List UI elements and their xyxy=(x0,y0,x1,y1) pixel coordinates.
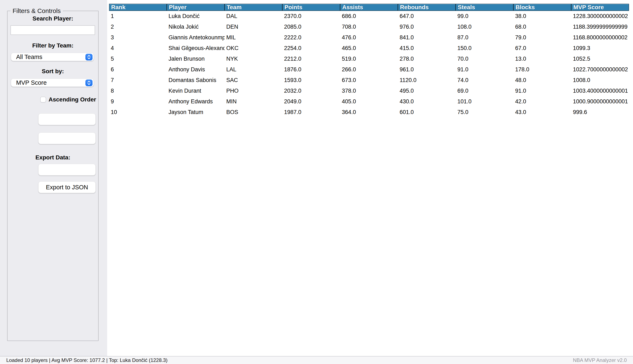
table-cell: 48.0 xyxy=(513,77,571,84)
table-cell: 70.0 xyxy=(456,56,513,62)
table-row[interactable]: 6Anthony DavisLAL1876.0266.0961.091.0178… xyxy=(109,64,629,75)
table-cell: 5 xyxy=(109,56,167,62)
table-cell: 1120.0 xyxy=(398,77,456,84)
table-cell: MIL xyxy=(225,34,282,41)
table-cell: 91.0 xyxy=(513,88,571,94)
table-cell: 9 xyxy=(109,98,167,105)
table-cell: OKC xyxy=(225,45,282,52)
column-header[interactable]: Player xyxy=(167,4,225,11)
table-cell: 10 xyxy=(109,109,167,116)
table-cell: Luka Dončić xyxy=(167,13,225,20)
table-cell: Giannis Antetokounmpo xyxy=(167,34,225,41)
filter-by-team-label: Filter by Team: xyxy=(7,42,99,49)
table-cell: LAL xyxy=(225,66,282,73)
table-cell: 7 xyxy=(109,77,167,84)
table-cell: 6 xyxy=(109,66,167,73)
table-cell: Jalen Brunson xyxy=(167,56,225,62)
sort-by-combobox[interactable]: MVP Score xyxy=(11,78,94,87)
table-cell: 4 xyxy=(109,45,167,52)
app-version-label: NBA MVP Analyzer v2.0 xyxy=(573,357,627,363)
table-cell: 2 xyxy=(109,24,167,30)
table-cell: 1000.9000000000001 xyxy=(571,98,629,105)
players-table: RankPlayerTeamPointsAssistsReboundsSteal… xyxy=(109,4,629,118)
team-filter-combobox[interactable]: All Teams xyxy=(11,53,94,61)
export-data-label: Export Data: xyxy=(7,154,99,161)
column-header[interactable]: Points xyxy=(282,4,340,11)
table-cell: 1008.0 xyxy=(571,77,629,84)
table-cell: NYK xyxy=(225,56,282,62)
table-row[interactable]: 9Anthony EdwardsMIN2049.0405.0430.0101.0… xyxy=(109,96,629,107)
table-cell: 1099.3 xyxy=(571,45,629,52)
team-filter-value: All Teams xyxy=(16,54,42,60)
table-cell: 74.0 xyxy=(456,77,513,84)
table-cell: 1003.4000000000001 xyxy=(571,88,629,94)
table-cell: 405.0 xyxy=(340,98,398,105)
table-cell: 673.0 xyxy=(340,77,398,84)
table-cell: 1593.0 xyxy=(282,77,340,84)
status-text: Loaded 10 players | Avg MVP Score: 1077.… xyxy=(6,357,168,363)
table-cell: 1228.3000000000002 xyxy=(571,13,629,20)
table-cell: 150.0 xyxy=(456,45,513,52)
ascending-order-checkbox[interactable] xyxy=(40,97,46,102)
table-body: 1Luka DončićDAL2370.0686.0647.099.038.01… xyxy=(109,11,629,118)
table-cell: Anthony Edwards xyxy=(167,98,225,105)
table-cell: 1876.0 xyxy=(282,66,340,73)
column-header[interactable]: Steals xyxy=(456,4,513,11)
search-player-input[interactable] xyxy=(11,25,95,35)
sort-by-label: Sort by: xyxy=(7,68,99,75)
sort-by-value: MVP Score xyxy=(16,79,47,86)
column-header[interactable]: Blocks xyxy=(513,4,571,11)
column-header[interactable]: Team xyxy=(225,4,282,11)
table-cell: 1188.3999999999999 xyxy=(571,24,629,30)
table-cell: PHO xyxy=(225,88,282,94)
combobox-stepper-icon[interactable] xyxy=(85,80,93,86)
table-cell: 3 xyxy=(109,34,167,41)
table-cell: 1052.5 xyxy=(571,56,629,62)
blank-button-2[interactable] xyxy=(38,132,96,144)
export-to-json-button[interactable]: Export to JSON xyxy=(38,181,96,193)
table-cell: Anthony Davis xyxy=(167,66,225,73)
table-cell: 519.0 xyxy=(340,56,398,62)
column-header[interactable]: MVP Score xyxy=(571,4,629,11)
table-cell: 465.0 xyxy=(340,45,398,52)
table-row[interactable]: 2Nikola JokićDEN2085.0708.0976.0108.068.… xyxy=(109,22,629,32)
column-header[interactable]: Rebounds xyxy=(398,4,456,11)
table-cell: 67.0 xyxy=(513,45,571,52)
table-cell: 2085.0 xyxy=(282,24,340,30)
table-row[interactable]: 5Jalen BrunsonNYK2212.0519.0278.070.013.… xyxy=(109,54,629,64)
export-data-field[interactable] xyxy=(38,164,96,176)
table-cell: 87.0 xyxy=(456,34,513,41)
blank-button-1[interactable] xyxy=(38,114,96,125)
table-cell: 601.0 xyxy=(398,109,456,116)
table-row[interactable]: 4Shai Gilgeous-Alexand...OKC2254.0465.04… xyxy=(109,43,629,54)
table-row[interactable]: 10Jayson TatumBOS1987.0364.0601.075.043.… xyxy=(109,107,629,118)
table-cell: Jayson Tatum xyxy=(167,109,225,116)
combobox-stepper-icon[interactable] xyxy=(85,54,93,60)
table-row[interactable]: 3Giannis AntetokounmpoMIL2222.0476.0841.… xyxy=(109,32,629,43)
table-cell: Shai Gilgeous-Alexand... xyxy=(167,45,225,52)
table-row[interactable]: 8Kevin DurantPHO2032.0378.0495.069.091.0… xyxy=(109,86,629,96)
table-cell: DAL xyxy=(225,13,282,20)
sidebar: Filters & Controls Search Player: Filter… xyxy=(0,0,107,356)
table-cell: 42.0 xyxy=(513,98,571,105)
column-header[interactable]: Rank xyxy=(109,4,167,11)
table-cell: 38.0 xyxy=(513,13,571,20)
table-cell: Kevin Durant xyxy=(167,88,225,94)
ascending-order-label: Ascending Order xyxy=(49,96,96,103)
table-cell: 101.0 xyxy=(456,98,513,105)
table-header-row: RankPlayerTeamPointsAssistsReboundsSteal… xyxy=(109,4,629,11)
filters-frame-title: Filters & Controls xyxy=(11,7,63,14)
table-cell: 2212.0 xyxy=(282,56,340,62)
table-cell: 91.0 xyxy=(456,66,513,73)
table-cell: 961.0 xyxy=(398,66,456,73)
table-row[interactable]: 7Domantas SabonisSAC1593.0673.01120.074.… xyxy=(109,75,629,86)
table-cell: 99.0 xyxy=(456,13,513,20)
search-player-label: Search Player: xyxy=(7,15,99,22)
column-header[interactable]: Assists xyxy=(340,4,398,11)
table-cell: 178.0 xyxy=(513,66,571,73)
table-area: RankPlayerTeamPointsAssistsReboundsSteal… xyxy=(107,0,633,356)
table-row[interactable]: 1Luka DončićDAL2370.0686.0647.099.038.01… xyxy=(109,11,629,22)
table-cell: 647.0 xyxy=(398,13,456,20)
table-cell: 278.0 xyxy=(398,56,456,62)
table-cell: 2222.0 xyxy=(282,34,340,41)
